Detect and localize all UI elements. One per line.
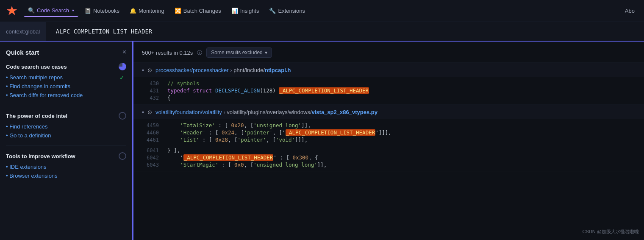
section-progress-2: [119, 112, 126, 120]
sidebar-title: Quick start: [6, 49, 39, 56]
search-bar: context:global: [0, 22, 644, 42]
line-num-432: 432: [142, 95, 159, 101]
file-document-icon-2: ▪: [142, 109, 144, 115]
sidebar-header: Quick start ×: [0, 47, 132, 59]
search-icon: 🔍: [28, 7, 35, 14]
path-middle-2: volatility/plugins/overlays/windows/: [227, 109, 311, 115]
results-area: 500+ results in 0.12s ⓘ Some results exc…: [133, 42, 644, 240]
path-middle-1: phnt/include/: [233, 67, 265, 73]
nav-batch-changes-label: Batch Changes: [183, 8, 221, 14]
nav-item-code-search[interactable]: 🔍 Code Search ▾: [24, 5, 78, 17]
path-file-2[interactable]: vista_sp2_x86_vtypes.py: [312, 109, 378, 115]
code-line-6043: 6043 'StartMagic' : [ 0x0, ['unsigned lo…: [133, 161, 644, 168]
nav-item-insights[interactable]: 📊 Insights: [227, 5, 264, 17]
extensions-icon: 🔧: [269, 8, 276, 14]
code-line-430: 430 // symbols: [133, 80, 644, 87]
nav-extensions-label: Extensions: [278, 8, 305, 14]
search-input-wrap: [46, 22, 644, 41]
nav-item-monitoring[interactable]: 🔔 Monitoring: [125, 5, 169, 17]
watermark: CSDN @超级大水怪啦啦啦: [583, 229, 639, 235]
code-line-gap: [133, 143, 644, 147]
checkmark-icon: ✓: [119, 74, 125, 81]
context-label: context:global: [6, 28, 40, 35]
github-icon-2: ⊙: [147, 109, 152, 115]
section-title-2: The power of code intel: [6, 113, 67, 119]
chevron-down-icon: ▾: [72, 8, 74, 13]
code-line-432: 432 {: [133, 94, 644, 101]
search-context[interactable]: context:global: [0, 22, 46, 41]
code-highlight-2: _ALPC_COMPLETION_LIST_HEADER: [286, 129, 376, 136]
sidebar-link-find-changes[interactable]: • Find changes in commits: [6, 82, 126, 91]
path-file-1[interactable]: ntlpcapi.h: [265, 67, 291, 73]
code-comment: // symbols: [167, 80, 199, 87]
file-path-2: volatilityfoundation/volatility › volati…: [155, 109, 378, 115]
sidebar-link-search-multiple-repos[interactable]: • Search multiple repos ✓: [6, 73, 126, 82]
nav-item-extensions[interactable]: 🔧 Extensions: [265, 5, 309, 17]
code-line-431: 431 typedef struct DECLSPEC_ALIGN(128) _…: [133, 87, 644, 94]
github-icon-1: ⊙: [147, 67, 152, 73]
line-num-4460: 4460: [142, 130, 159, 136]
line-num-4459: 4459: [142, 123, 159, 128]
file-document-icon-1: ▪: [142, 67, 144, 73]
line-num-431: 431: [142, 88, 159, 94]
section-title-3: Tools to improve workflow: [6, 153, 75, 159]
section-progress-1: [119, 63, 126, 70]
sidebar-section-tools: Tools to improve workflow • IDE extensio…: [0, 149, 132, 182]
nav-notebooks-label: Notebooks: [93, 8, 119, 14]
sidebar-link-browser-extensions[interactable]: • Browser extensions: [6, 171, 126, 180]
code-line-6042: 6042 '_ALPC_COMPLETION_LIST_HEADER' : [ …: [133, 154, 644, 161]
info-icon[interactable]: ⓘ: [197, 49, 202, 56]
main-layout: Quick start × Code search use cases • Se…: [0, 42, 644, 240]
notebook-icon: 📓: [84, 8, 91, 14]
sidebar-section-code-intel: The power of code intel • Find reference…: [0, 109, 132, 142]
nav-about[interactable]: Abo: [621, 5, 639, 17]
results-count: 500+ results in 0.12s: [142, 50, 193, 56]
code-highlight-1: _ALPC_COMPLETION_LIST_HEADER: [279, 87, 369, 94]
line-num-6043: 6043: [142, 162, 159, 168]
file-header-1: ▪ ⊙ processhacker/processhacker › phnt/i…: [133, 62, 644, 77]
file-result-1: ▪ ⊙ processhacker/processhacker › phnt/i…: [133, 62, 644, 104]
sidebar-link-ide-extensions[interactable]: • IDE extensions: [6, 162, 126, 171]
sidebar-link-find-references[interactable]: • Find references: [6, 122, 126, 131]
repo-link-1[interactable]: processhacker/processhacker: [155, 67, 229, 73]
file-header-2: ▪ ⊙ volatilityfoundation/volatility › vo…: [133, 104, 644, 119]
monitoring-icon: 🔔: [130, 8, 136, 14]
code-block-2: 4459 'TotalSize' : [ 0x20, ['unsigned lo…: [133, 119, 644, 171]
insights-icon: 📊: [231, 8, 238, 14]
code-highlight-3: _ALPC_COMPLETION_LIST_HEADER: [183, 154, 274, 161]
results-excluded-button[interactable]: Some results excluded ▾: [206, 47, 272, 58]
sidebar-section-code-search-use-cases: Code search use cases • Search multiple …: [0, 59, 132, 101]
section-progress-3: [119, 152, 126, 160]
sidebar-link-search-diffs[interactable]: • Search diffs for removed code: [6, 91, 126, 100]
section-header-1: Code search use cases: [6, 63, 126, 70]
line-num-6042: 6042: [142, 155, 159, 161]
logo[interactable]: [5, 4, 19, 18]
nav-insights-label: Insights: [240, 8, 259, 14]
nav-item-notebooks[interactable]: 📓 Notebooks: [80, 5, 124, 17]
sidebar-link-go-to-definition[interactable]: • Go to a definition: [6, 131, 126, 140]
batch-icon: 🔀: [175, 8, 181, 14]
section-title-1: Code search use cases: [6, 64, 67, 70]
section-header-3: Tools to improve workflow: [6, 152, 126, 160]
search-input[interactable]: [46, 22, 644, 41]
nav-monitoring-label: Monitoring: [139, 8, 164, 14]
sidebar-close-button[interactable]: ×: [122, 48, 126, 56]
nav-code-search-label: Code Search: [37, 7, 69, 14]
divider-2: [6, 145, 126, 145]
line-num-430: 430: [142, 81, 159, 87]
section-header-2: The power of code intel: [6, 112, 126, 120]
code-line-6041: 6041 } ],: [133, 147, 644, 154]
sidebar: Quick start × Code search use cases • Se…: [0, 42, 133, 240]
file-result-2: ▪ ⊙ volatilityfoundation/volatility › vo…: [133, 104, 644, 171]
code-line-4459: 4459 'TotalSize' : [ 0x20, ['unsigned lo…: [133, 122, 644, 129]
code-line-4461: 4461 'List' : [ 0x28, ['pointer', ['void…: [133, 136, 644, 143]
nav-item-batch-changes[interactable]: 🔀 Batch Changes: [170, 5, 225, 17]
line-num-4461: 4461: [142, 137, 159, 143]
excluded-label: Some results excluded: [211, 50, 262, 56]
file-path-1: processhacker/processhacker › phnt/inclu…: [155, 67, 291, 73]
repo-link-2[interactable]: volatilityfoundation/volatility: [155, 109, 222, 115]
top-nav: 🔍 Code Search ▾ 📓 Notebooks 🔔 Monitoring…: [0, 0, 644, 22]
results-header: 500+ results in 0.12s ⓘ Some results exc…: [133, 42, 644, 62]
line-num-6041: 6041: [142, 148, 159, 153]
code-block-1: 430 // symbols 431 typedef struct DECLSP…: [133, 77, 644, 104]
